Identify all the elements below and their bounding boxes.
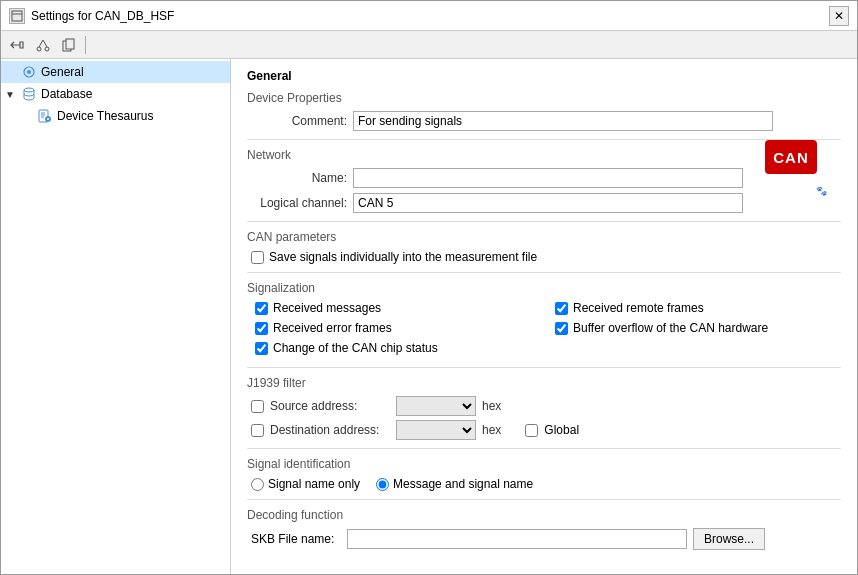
sidebar-item-database[interactable]: ▼ Database	[1, 83, 230, 105]
expand-arrow-database: ▼	[5, 89, 17, 100]
signal-id-row: Signal name only Message and signal name	[247, 477, 841, 491]
can-params-label: CAN parameters	[247, 230, 841, 244]
received-remote-row: Received remote frames	[551, 301, 841, 315]
comment-row: Comment:	[247, 111, 841, 131]
logical-channel-label: Logical channel:	[247, 196, 347, 210]
global-checkbox[interactable]	[525, 424, 538, 437]
signalization-label: Signalization	[247, 281, 841, 295]
sidebar-item-general[interactable]: General	[1, 61, 230, 83]
skb-row: SKB File name: Browse...	[247, 528, 841, 550]
skb-label: SKB File name:	[251, 532, 341, 546]
save-signals-row: Save signals individually into the measu…	[247, 250, 841, 264]
sidebar-label-general: General	[41, 65, 84, 79]
received-error-label: Received error frames	[273, 321, 392, 335]
divider-3	[247, 272, 841, 273]
sidebar-item-device-thesaurus[interactable]: Device Thesaurus	[1, 105, 230, 127]
received-error-row: Received error frames	[251, 321, 541, 335]
signal-name-only-item: Signal name only	[251, 477, 360, 491]
change-chip-row: Change of the CAN chip status	[251, 341, 541, 355]
section-title: General	[247, 69, 841, 83]
name-row: Name:	[247, 168, 841, 188]
sidebar-label-device-thesaurus: Device Thesaurus	[57, 109, 154, 123]
device-properties-label: Device Properties	[247, 91, 841, 105]
divider-4	[247, 367, 841, 368]
decoding-label: Decoding function	[247, 508, 841, 522]
divider-5	[247, 448, 841, 449]
svg-point-2	[37, 47, 41, 51]
window-icon	[9, 8, 25, 24]
name-input[interactable]	[353, 168, 743, 188]
main-window: Settings for CAN_DB_HSF ✕	[0, 0, 858, 575]
comment-label: Comment:	[247, 114, 347, 128]
svg-rect-7	[66, 39, 74, 49]
network-label: Network	[247, 148, 841, 162]
received-remote-label: Received remote frames	[573, 301, 704, 315]
logical-channel-input[interactable]	[353, 193, 743, 213]
signal-name-only-label: Signal name only	[268, 477, 360, 491]
signalization-grid: Received messages Received remote frames…	[247, 301, 841, 359]
j1939-label: J1939 filter	[247, 376, 841, 390]
change-chip-label: Change of the CAN chip status	[273, 341, 438, 355]
thesaurus-icon	[37, 108, 53, 124]
can-logo-container: CAN 🐾	[816, 148, 827, 196]
message-signal-name-radio[interactable]	[376, 478, 389, 491]
toolbar-cut-button[interactable]	[31, 34, 55, 56]
logical-channel-row: Logical channel:	[247, 193, 841, 213]
svg-line-4	[39, 40, 43, 47]
source-hex-label: hex	[482, 399, 501, 413]
message-signal-name-item: Message and signal name	[376, 477, 533, 491]
received-remote-checkbox[interactable]	[555, 302, 568, 315]
toolbar	[1, 31, 857, 59]
comment-input[interactable]	[353, 111, 773, 131]
name-label: Name:	[247, 171, 347, 185]
source-address-dropdown[interactable]	[396, 396, 476, 416]
global-label: Global	[544, 423, 579, 437]
main-content: General ▼ Database	[1, 59, 857, 574]
right-panel: General Device Properties Comment: Netwo…	[231, 59, 857, 574]
svg-point-3	[45, 47, 49, 51]
received-msg-checkbox[interactable]	[255, 302, 268, 315]
save-signals-checkbox[interactable]	[251, 251, 264, 264]
received-msg-label: Received messages	[273, 301, 381, 315]
dest-address-checkbox[interactable]	[251, 424, 264, 437]
buffer-overflow-label: Buffer overflow of the CAN hardware	[573, 321, 768, 335]
title-bar-left: Settings for CAN_DB_HSF	[9, 8, 174, 24]
svg-rect-0	[12, 11, 22, 21]
svg-point-10	[24, 88, 34, 92]
save-signals-label: Save signals individually into the measu…	[269, 250, 537, 264]
title-bar: Settings for CAN_DB_HSF ✕	[1, 1, 857, 31]
dest-address-dropdown[interactable]	[396, 420, 476, 440]
window-title: Settings for CAN_DB_HSF	[31, 9, 174, 23]
dest-hex-label: hex	[482, 423, 501, 437]
dest-address-label: Destination address:	[270, 423, 390, 437]
source-address-checkbox[interactable]	[251, 400, 264, 413]
buffer-overflow-row: Buffer overflow of the CAN hardware	[551, 321, 841, 335]
signal-name-only-radio[interactable]	[251, 478, 264, 491]
divider-2	[247, 221, 841, 222]
toolbar-copy-button[interactable]	[57, 34, 81, 56]
divider-6	[247, 499, 841, 500]
signal-id-label: Signal identification	[247, 457, 841, 471]
svg-line-5	[43, 40, 47, 47]
skb-input[interactable]	[347, 529, 687, 549]
network-area: Network Name: Logical channel: CAN 🐾	[247, 148, 841, 213]
received-error-checkbox[interactable]	[255, 322, 268, 335]
buffer-overflow-checkbox[interactable]	[555, 322, 568, 335]
message-signal-name-label: Message and signal name	[393, 477, 533, 491]
database-icon	[21, 86, 37, 102]
received-msg-row: Received messages	[251, 301, 541, 315]
dest-address-row: Destination address: hex Global	[247, 420, 841, 440]
change-chip-checkbox[interactable]	[255, 342, 268, 355]
can-logo: CAN	[765, 140, 817, 174]
toolbar-back-button[interactable]	[5, 34, 29, 56]
sidebar: General ▼ Database	[1, 59, 231, 574]
can-badge-paw: 🐾	[816, 186, 827, 196]
source-address-row: Source address: hex	[247, 396, 841, 416]
source-address-label: Source address:	[270, 399, 390, 413]
sidebar-label-database: Database	[41, 87, 92, 101]
browse-button[interactable]: Browse...	[693, 528, 765, 550]
general-icon	[21, 64, 37, 80]
svg-point-9	[27, 70, 31, 74]
divider-1	[247, 139, 841, 140]
close-button[interactable]: ✕	[829, 6, 849, 26]
